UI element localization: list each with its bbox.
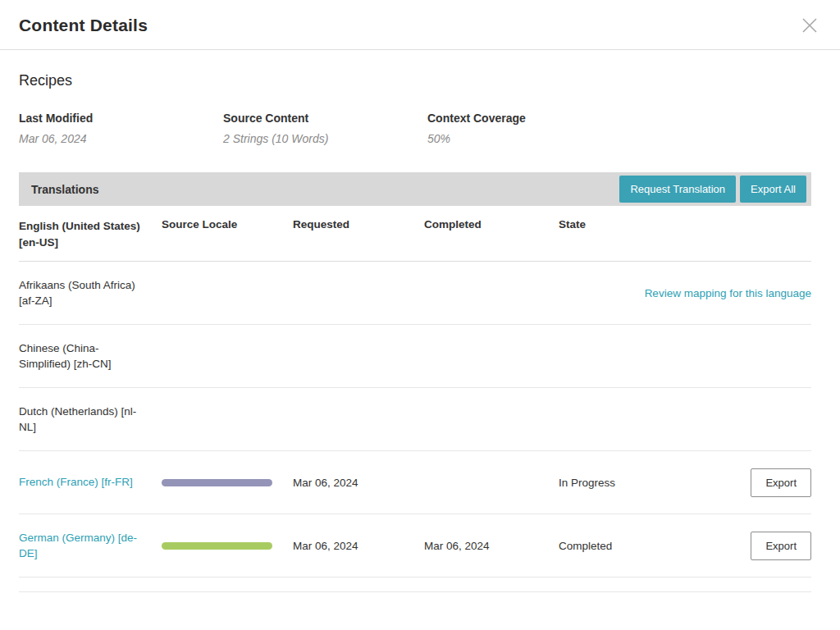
meta-value: Mar 06, 2024 — [19, 132, 223, 145]
page-title: Content Details — [19, 16, 148, 35]
column-header-source-locale: Source Locale — [162, 218, 293, 231]
modal-body: Recipes Last Modified Mar 06, 2024 Sourc… — [0, 72, 840, 592]
meta-label: Context Coverage — [427, 112, 632, 125]
modal-header: Content Details — [0, 0, 840, 50]
translations-title: Translations — [31, 183, 98, 196]
requested-cell: Mar 06, 2024 — [293, 477, 424, 489]
review-mapping-link[interactable]: Review mapping for this language — [645, 287, 811, 299]
meta-context-coverage: Context Coverage 50% — [427, 112, 632, 145]
export-button[interactable]: Export — [751, 468, 811, 497]
language-cell: Chinese (China-Simplified) [zh-CN] — [19, 340, 162, 372]
table-row: French (France) [fr-FR] Mar 06, 2024 In … — [19, 451, 811, 514]
translations-header-bar: Translations Request Translation Export … — [19, 172, 811, 206]
translations-actions: Request Translation Export All — [619, 176, 806, 203]
column-header-state: State — [559, 218, 657, 231]
state-cell: In Progress — [559, 477, 657, 489]
request-translation-button[interactable]: Request Translation — [619, 176, 736, 203]
language-link[interactable]: German (Germany) [de-DE] — [19, 530, 162, 562]
column-header-completed: Completed — [424, 218, 559, 231]
table-row: Dutch (Netherlands) [nl-NL] — [19, 388, 811, 451]
meta-label: Source Content — [223, 112, 427, 125]
meta-value: 50% — [427, 132, 632, 145]
progress-bar — [162, 479, 272, 486]
table-row: German (Germany) [de-DE] Mar 06, 2024 Ma… — [19, 514, 811, 578]
source-locale-cell — [162, 479, 293, 486]
completed-cell: Mar 06, 2024 — [424, 540, 559, 552]
progress-bar — [162, 542, 272, 550]
table-header: English (United States) [en-US] Source L… — [19, 206, 811, 262]
state-cell: Completed — [559, 540, 657, 552]
table-row: Afrikaans (South Africa) [af-ZA] Review … — [19, 262, 811, 325]
meta-value: 2 Strings (10 Words) — [223, 132, 427, 145]
language-cell: Afrikaans (South Africa) [af-ZA] — [19, 277, 162, 309]
content-name: Recipes — [19, 72, 811, 89]
column-header-source-language: English (United States) [en-US] — [19, 218, 162, 250]
meta-row: Last Modified Mar 06, 2024 Source Conten… — [19, 112, 811, 145]
source-locale-cell — [162, 542, 293, 550]
meta-source-content: Source Content 2 Strings (10 Words) — [223, 112, 427, 145]
meta-label: Last Modified — [19, 112, 223, 125]
language-link[interactable]: French (France) [fr-FR] — [19, 474, 162, 491]
close-icon — [801, 25, 819, 37]
close-button[interactable] — [799, 15, 820, 36]
bottom-divider — [19, 591, 811, 592]
column-header-requested: Requested — [293, 218, 424, 231]
language-cell: Dutch (Netherlands) [nl-NL] — [19, 404, 162, 436]
export-button[interactable]: Export — [751, 532, 811, 560]
requested-cell: Mar 06, 2024 — [293, 540, 424, 552]
export-all-button[interactable]: Export All — [740, 176, 806, 203]
meta-last-modified: Last Modified Mar 06, 2024 — [19, 112, 223, 145]
table-row: Chinese (China-Simplified) [zh-CN] — [19, 325, 811, 388]
